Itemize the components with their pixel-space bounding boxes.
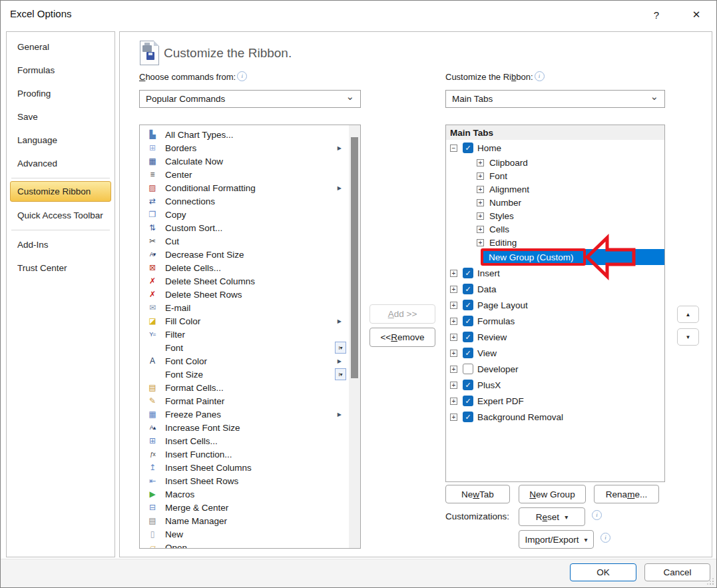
command-item-macros[interactable]: ▶Macros bbox=[140, 487, 360, 501]
move-down-button[interactable]: ▼ bbox=[677, 328, 699, 346]
sidebar-item-advanced[interactable]: Advanced bbox=[7, 152, 115, 175]
tree-item-developer[interactable]: +Developer bbox=[446, 361, 664, 377]
command-item-name-manager[interactable]: ▤Name Manager bbox=[140, 514, 360, 527]
combo-box-icon[interactable]: I▾ bbox=[335, 368, 346, 380]
ok-button[interactable]: OK bbox=[570, 563, 636, 581]
command-item-insert-function[interactable]: ƒxInsert Function... bbox=[140, 447, 360, 461]
sidebar-item-trust-center[interactable]: Trust Center bbox=[7, 256, 115, 280]
cancel-button[interactable]: Cancel bbox=[644, 563, 710, 581]
checkbox-unchecked[interactable] bbox=[463, 364, 473, 374]
checkbox-checked[interactable]: ✓ bbox=[463, 380, 473, 390]
checkbox-checked[interactable]: ✓ bbox=[463, 348, 473, 358]
new-tab-button[interactable]: New Tab bbox=[445, 485, 510, 503]
command-item-insert-sheet-rows[interactable]: ⇤Insert Sheet Rows bbox=[140, 474, 360, 487]
command-item-custom-sort[interactable]: ⇅Custom Sort... bbox=[140, 221, 360, 234]
tree-item-expert-pdf[interactable]: +✓Expert PDF bbox=[446, 393, 664, 409]
command-item-open[interactable]: ▱Open bbox=[140, 541, 360, 549]
tree-item-plusx[interactable]: +✓PlusX bbox=[446, 377, 664, 393]
command-item-borders[interactable]: ⊞Borders▶ bbox=[140, 141, 360, 154]
tree-item-background-removal[interactable]: +✓Background Removal bbox=[446, 409, 664, 425]
sidebar-item-formulas[interactable]: Formulas bbox=[7, 59, 115, 82]
tree-item-view[interactable]: +✓View bbox=[446, 345, 664, 361]
command-item-insert-sheet-columns[interactable]: ↥Insert Sheet Columns bbox=[140, 461, 360, 474]
command-item-increase-font-size[interactable]: A▴Increase Font Size bbox=[140, 421, 360, 434]
customize-ribbon-dropdown[interactable]: Main Tabs ⌄ bbox=[445, 90, 665, 108]
tree-item-font[interactable]: +Font bbox=[446, 169, 664, 182]
checkbox-checked[interactable]: ✓ bbox=[463, 412, 473, 422]
close-icon[interactable]: ✕ bbox=[688, 6, 705, 23]
checkbox-checked[interactable]: ✓ bbox=[463, 332, 473, 342]
tree-item-clipboard[interactable]: +Clipboard bbox=[446, 156, 664, 169]
command-item-delete-sheet-columns[interactable]: ✗Delete Sheet Columns bbox=[140, 274, 360, 288]
command-item-delete-cells[interactable]: ⊠Delete Cells... bbox=[140, 261, 360, 274]
tree-item-page-layout[interactable]: +✓Page Layout bbox=[446, 297, 664, 313]
command-item-cut[interactable]: ✂Cut bbox=[140, 234, 360, 248]
expand-plus-icon[interactable]: + bbox=[477, 226, 484, 233]
sidebar-item-add-ins[interactable]: Add-Ins bbox=[7, 233, 115, 256]
command-item-conditional-formatting[interactable]: ▨Conditional Formatting▶ bbox=[140, 181, 360, 194]
command-item-decrease-font-size[interactable]: A▾Decrease Font Size bbox=[140, 248, 360, 261]
tree-item-insert[interactable]: +✓Insert bbox=[446, 265, 664, 281]
expand-plus-icon[interactable]: + bbox=[477, 172, 484, 180]
command-item-all-chart-types[interactable]: ▙All Chart Types... bbox=[140, 128, 360, 141]
expand-plus-icon[interactable]: + bbox=[450, 270, 457, 277]
expand-plus-icon[interactable]: + bbox=[450, 366, 457, 373]
command-item-calculate-now[interactable]: ▦Calculate Now bbox=[140, 154, 360, 168]
expand-plus-icon[interactable]: + bbox=[477, 212, 484, 220]
checkbox-checked[interactable]: ✓ bbox=[463, 316, 473, 326]
sidebar-item-general[interactable]: General bbox=[7, 35, 115, 59]
expand-plus-icon[interactable]: + bbox=[477, 239, 484, 246]
command-item-copy[interactable]: ❐Copy bbox=[140, 208, 360, 221]
expand-plus-icon[interactable]: + bbox=[450, 414, 457, 421]
tree-item-new-group-custom[interactable]: New Group (Custom) bbox=[446, 249, 664, 265]
rename-button[interactable]: Rename... bbox=[594, 485, 659, 503]
command-item-font-color[interactable]: AFont Color▶ bbox=[140, 354, 360, 368]
expand-plus-icon[interactable]: + bbox=[450, 334, 457, 341]
command-item-delete-sheet-rows[interactable]: ✗Delete Sheet Rows bbox=[140, 288, 360, 301]
commands-scrollbar[interactable] bbox=[349, 125, 360, 548]
import-export-button[interactable]: Import/Export ▾ bbox=[519, 530, 594, 549]
resize-grip[interactable] bbox=[706, 577, 714, 585]
command-item-font[interactable]: FontI▾ bbox=[140, 341, 360, 354]
collapse-minus-icon[interactable]: − bbox=[450, 145, 457, 152]
checkbox-checked[interactable]: ✓ bbox=[463, 143, 473, 153]
move-up-button[interactable]: ▲ bbox=[677, 306, 699, 323]
expand-plus-icon[interactable]: + bbox=[477, 159, 484, 166]
tree-item-data[interactable]: +✓Data bbox=[446, 281, 664, 297]
expand-plus-icon[interactable]: + bbox=[450, 382, 457, 389]
expand-plus-icon[interactable]: + bbox=[450, 286, 457, 293]
checkbox-checked[interactable]: ✓ bbox=[463, 396, 473, 406]
checkbox-checked[interactable]: ✓ bbox=[463, 300, 473, 310]
command-item-freeze-panes[interactable]: ▦Freeze Panes▶ bbox=[140, 408, 360, 421]
expand-plus-icon[interactable]: + bbox=[450, 318, 457, 325]
command-item-connections[interactable]: ⇄Connections bbox=[140, 194, 360, 208]
tree-item-alignment[interactable]: +Alignment bbox=[446, 182, 664, 196]
expand-plus-icon[interactable]: + bbox=[450, 398, 457, 405]
sidebar-item-language[interactable]: Language bbox=[7, 129, 115, 152]
combo-box-icon[interactable]: I▾ bbox=[335, 342, 346, 354]
sidebar-item-quick-access-toolbar[interactable]: Quick Access Toolbar bbox=[7, 204, 115, 227]
scrollbar-thumb[interactable] bbox=[351, 137, 358, 378]
expand-plus-icon[interactable]: + bbox=[477, 199, 484, 206]
command-item-fill-color[interactable]: ◪Fill Color▶ bbox=[140, 314, 360, 328]
command-item-format-cells[interactable]: ▤Format Cells... bbox=[140, 381, 360, 394]
add-button[interactable]: Add >> bbox=[369, 304, 435, 324]
checkbox-checked[interactable]: ✓ bbox=[463, 268, 473, 278]
command-item-new[interactable]: ▯New bbox=[140, 527, 360, 541]
tree-item-styles[interactable]: +Styles bbox=[446, 209, 664, 222]
remove-button[interactable]: << Remove bbox=[369, 328, 435, 347]
sidebar-item-save[interactable]: Save bbox=[7, 105, 115, 129]
command-item-filter[interactable]: Y=Filter bbox=[140, 328, 360, 341]
command-item-center[interactable]: ≡Center bbox=[140, 168, 360, 181]
sidebar-item-customize-ribbon[interactable]: Customize Ribbon bbox=[10, 181, 111, 202]
command-item-merge-center[interactable]: ⊟Merge & Center bbox=[140, 501, 360, 514]
command-item-insert-cells[interactable]: ⊞Insert Cells... bbox=[140, 434, 360, 447]
new-group-button[interactable]: New Group bbox=[519, 485, 586, 503]
tree-item-cells[interactable]: +Cells bbox=[446, 222, 664, 236]
expand-plus-icon[interactable]: + bbox=[450, 302, 457, 309]
help-icon[interactable]: ? bbox=[648, 6, 665, 23]
expand-plus-icon[interactable]: + bbox=[450, 350, 457, 357]
command-item-e-mail[interactable]: ✉E-mail bbox=[140, 301, 360, 314]
tree-item-home[interactable]: −✓Home bbox=[446, 140, 664, 156]
choose-commands-dropdown[interactable]: Popular Commands ⌄ bbox=[139, 90, 361, 108]
